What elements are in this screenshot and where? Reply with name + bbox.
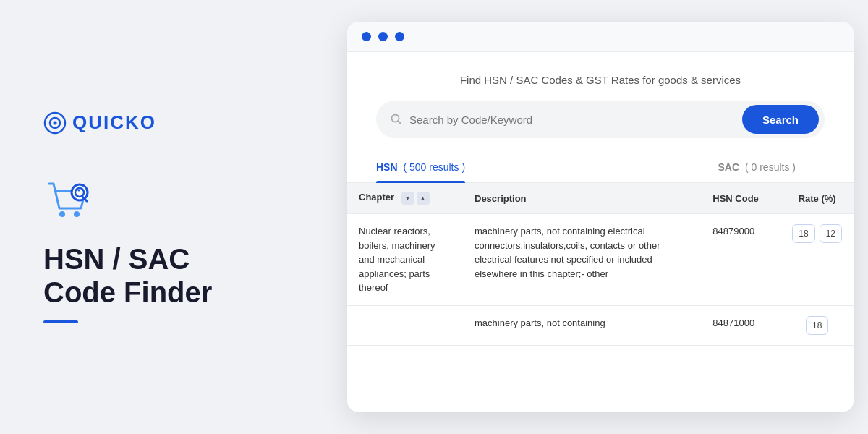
table-row: machinery parts, not containing 84871000… — [347, 305, 854, 345]
right-panel: Find HSN / SAC Codes & GST Rates for goo… — [347, 0, 868, 434]
rate-badge: 18 — [792, 224, 814, 243]
browser-window: Find HSN / SAC Codes & GST Rates for goo… — [347, 22, 854, 412]
logo-text: QUICKO — [72, 111, 156, 134]
search-icon — [391, 114, 402, 125]
rate-badge: 12 — [820, 224, 842, 243]
search-input[interactable] — [409, 114, 735, 126]
table-row: Nuclear reactors, boilers, machinery and… — [347, 214, 854, 306]
tabs: HSN ( 500 results ) SAC ( 0 results ) — [347, 153, 854, 183]
tab-sac-count: ( 0 results ) — [745, 161, 796, 173]
browser-bar — [347, 22, 854, 52]
cell-chapter: Nuclear reactors, boilers, machinery and… — [347, 214, 463, 306]
cell-chapter — [347, 305, 463, 345]
cell-description: machinery parts, not containing electric… — [463, 214, 701, 306]
tab-sac-label: SAC — [718, 161, 740, 173]
svg-point-3 — [59, 211, 65, 217]
col-header-hsn: HSN Code — [701, 183, 780, 214]
title-underline — [43, 320, 78, 323]
svg-point-8 — [78, 189, 80, 191]
tab-hsn-count: ( 500 results ) — [403, 161, 465, 173]
svg-line-10 — [399, 122, 401, 124]
logo: QUICKO — [43, 111, 304, 135]
tab-sac[interactable]: SAC ( 0 results ) — [718, 153, 796, 182]
table-container: Chapter ▾ ▴ Description HSN Code Rate (%… — [347, 183, 854, 412]
sort-arrows-chapter[interactable]: ▾ ▴ — [401, 192, 430, 205]
tab-hsn-label: HSN — [376, 161, 398, 173]
cell-hsn-code: 84871000 — [701, 305, 780, 345]
svg-point-2 — [54, 121, 57, 124]
search-subtitle: Find HSN / SAC Codes & GST Rates for goo… — [376, 74, 825, 86]
rate-badge: 18 — [806, 316, 828, 335]
sort-desc-arrow[interactable]: ▾ — [401, 192, 414, 205]
search-button[interactable]: Search — [742, 105, 819, 134]
browser-content: Find HSN / SAC Codes & GST Rates for goo… — [347, 52, 854, 412]
table-header-row: Chapter ▾ ▴ Description HSN Code Rate (%… — [347, 183, 854, 214]
feature-icon — [43, 178, 304, 228]
cell-description: machinery parts, not containing — [463, 305, 701, 345]
sort-asc-arrow[interactable]: ▴ — [417, 192, 430, 205]
col-header-description: Description — [463, 183, 701, 214]
logo-icon — [43, 111, 67, 135]
col-header-rate: Rate (%) — [780, 183, 854, 214]
cell-rate: 18 — [780, 305, 854, 345]
page-title: HSN / SAC Code Finder — [43, 242, 304, 309]
search-bar[interactable]: Search — [376, 101, 825, 138]
browser-dot-2 — [378, 32, 388, 41]
browser-dot-3 — [395, 32, 404, 41]
browser-dot-1 — [362, 32, 371, 41]
svg-point-4 — [74, 211, 80, 217]
results-table: Chapter ▾ ▴ Description HSN Code Rate (%… — [347, 183, 854, 346]
cart-search-icon — [43, 178, 94, 225]
cell-rate: 18 12 — [780, 214, 854, 306]
col-header-chapter: Chapter ▾ ▴ — [347, 183, 463, 214]
cell-hsn-code: 84879000 — [701, 214, 780, 306]
left-panel: QUICKO HSN / SAC Code Finder — [0, 0, 347, 434]
tab-hsn[interactable]: HSN ( 500 results ) — [376, 153, 465, 182]
search-header: Find HSN / SAC Codes & GST Rates for goo… — [347, 52, 854, 153]
